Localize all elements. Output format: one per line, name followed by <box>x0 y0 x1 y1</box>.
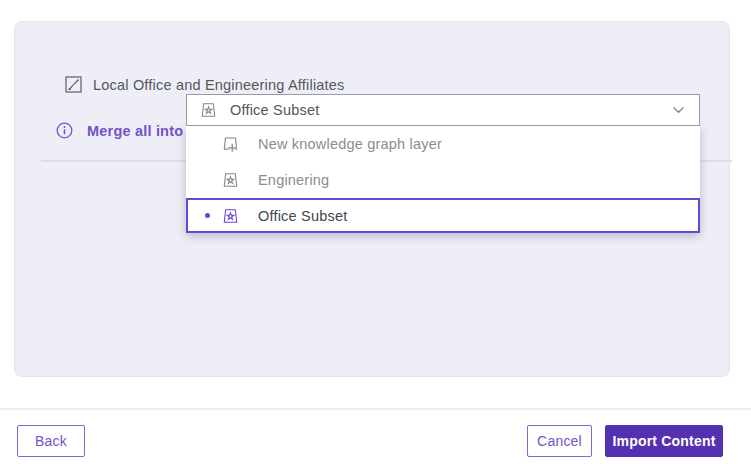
dropdown-option-new-knowledge-graph-layer[interactable]: New knowledge graph layer <box>186 126 700 162</box>
knowledge-graph-layer-icon <box>221 207 240 225</box>
dropdown-option-office-subset[interactable]: Office Subset <box>186 198 700 233</box>
option-label: New knowledge graph layer <box>258 136 442 152</box>
merge-target-dropdown-menu: New knowledge graph layer Enginering Off… <box>186 126 700 233</box>
option-label: Office Subset <box>258 208 347 224</box>
knowledge-graph-layer-icon <box>199 101 218 119</box>
select-value: Office Subset <box>230 102 660 118</box>
info-icon <box>56 122 73 139</box>
footer-divider <box>0 408 751 410</box>
dropdown-option-enginering[interactable]: Enginering <box>186 162 700 198</box>
merge-target-select[interactable]: Office Subset <box>186 94 700 126</box>
source-layer-row: Local Office and Engineering Affiliates <box>65 76 345 93</box>
map-layer-sketch-icon <box>65 76 82 93</box>
back-button[interactable]: Back <box>17 425 85 457</box>
option-label: Enginering <box>258 172 329 188</box>
import-content-button[interactable]: Import Content <box>605 425 723 457</box>
merge-target-row: Merge all into <box>56 122 183 139</box>
cancel-button[interactable]: Cancel <box>527 425 592 457</box>
new-knowledge-graph-layer-icon <box>221 135 240 154</box>
knowledge-graph-layer-icon <box>221 171 240 189</box>
chevron-down-icon <box>672 106 685 114</box>
source-layer-label: Local Office and Engineering Affiliates <box>93 77 345 93</box>
merge-all-into-label: Merge all into <box>87 123 183 139</box>
selected-bullet-icon <box>205 213 210 218</box>
